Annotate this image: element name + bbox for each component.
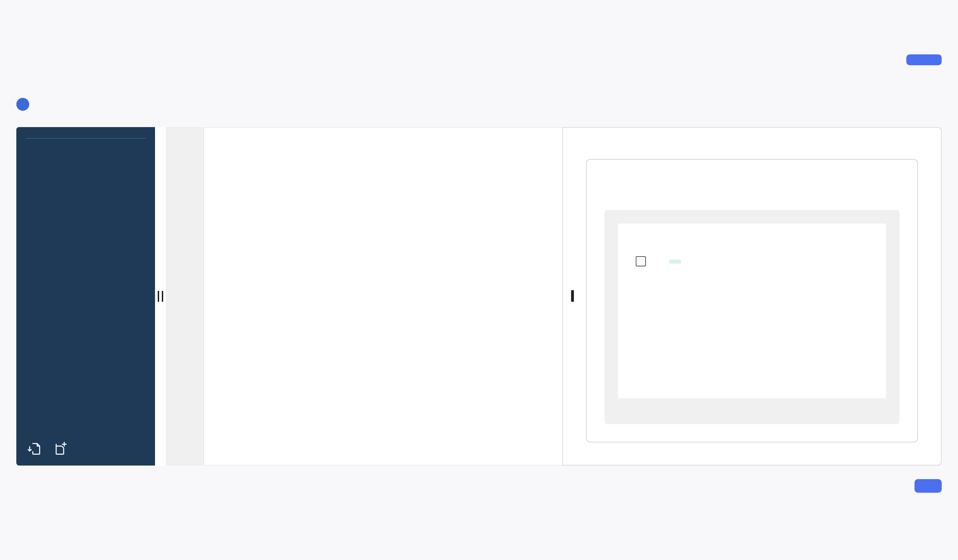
config-preview-inner — [618, 224, 886, 398]
resize-handle-right[interactable] — [571, 290, 574, 302]
editor-gutter — [166, 128, 204, 465]
preview-tab-bar — [604, 177, 899, 198]
file-tree-actions — [27, 441, 68, 456]
new-file-icon[interactable] — [53, 441, 68, 456]
resize-handle-left[interactable] — [155, 127, 166, 465]
page — [0, 9, 958, 560]
code-editor — [166, 127, 562, 465]
config-item-row — [636, 256, 868, 266]
upload-file-icon[interactable] — [27, 441, 42, 456]
page-header — [16, 9, 942, 114]
release-editor — [16, 127, 942, 465]
git-help-link[interactable] — [16, 98, 35, 111]
save-release-button[interactable] — [915, 479, 942, 493]
page-footer — [16, 479, 942, 493]
config-item-checkbox[interactable] — [636, 256, 646, 266]
breadcrumb — [16, 9, 942, 22]
editor-code-area[interactable] — [204, 128, 562, 465]
drag-grip-icon — [158, 291, 163, 302]
config-preview-pane — [562, 127, 942, 465]
question-mark-icon — [16, 98, 29, 111]
recommended-badge — [669, 259, 681, 263]
config-preview-body — [604, 210, 899, 424]
drag-grip-icon — [571, 290, 574, 302]
doc-row — [16, 54, 942, 65]
file-tree-divider — [26, 138, 146, 139]
file-tree — [16, 127, 155, 465]
config-preview-card — [586, 159, 918, 443]
promote-button[interactable] — [906, 54, 942, 65]
